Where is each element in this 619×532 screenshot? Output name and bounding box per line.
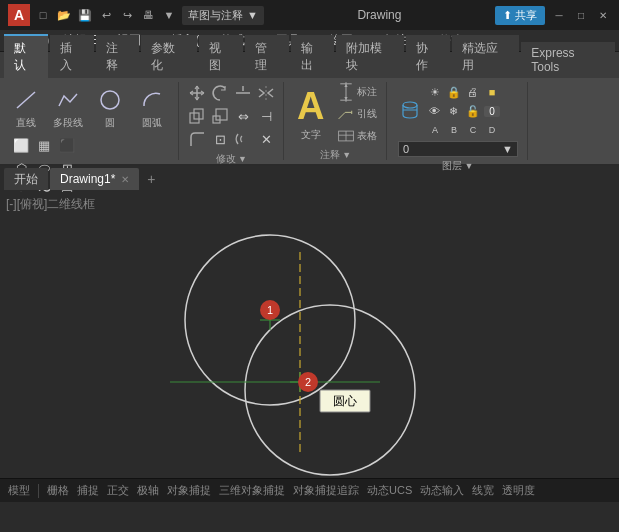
tool-arc[interactable]: 圆弧 [132, 82, 172, 132]
status-model[interactable]: 模型 [8, 483, 30, 498]
close-button[interactable]: ✕ [595, 7, 611, 23]
layer-prop-print[interactable]: 🖨 [463, 82, 483, 102]
status-3dosnap[interactable]: 三维对象捕捉 [219, 483, 285, 498]
layer-prop-sun[interactable]: ☀ [425, 82, 445, 102]
minimize-button[interactable]: ─ [551, 7, 567, 23]
draw-hatch[interactable]: ▦ [33, 134, 55, 156]
layers-expand-icon[interactable]: ▼ [464, 161, 473, 171]
line-icon [10, 84, 42, 116]
tool-arc-label: 圆弧 [142, 116, 162, 130]
modify-extend[interactable]: ⊣ [255, 105, 277, 127]
tab-output[interactable]: 输出 [291, 35, 335, 78]
layer-prop-eye[interactable]: 👁 [425, 101, 445, 121]
modify-trim[interactable] [232, 82, 254, 104]
status-transparency[interactable]: 透明度 [502, 483, 535, 498]
status-snap[interactable]: 捕捉 [77, 483, 99, 498]
modify-offset[interactable] [232, 128, 254, 150]
layer-tools: ☀ 🔒 🖨 ■ 👁 ❄ 🔓 0 A B C D [398, 82, 518, 157]
layer-prop-freeze[interactable]: ❄ [444, 101, 464, 121]
workspace-selector[interactable]: 草图与注释 ▼ [182, 6, 264, 25]
svg-rect-8 [216, 109, 227, 120]
status-osnap[interactable]: 对象捕捉 [167, 483, 211, 498]
draw-gradient[interactable]: ⬛ [56, 134, 78, 156]
new-button[interactable]: □ [34, 6, 52, 24]
modify-array[interactable]: ⊡ [209, 128, 231, 150]
modify-stretch[interactable]: ⇔ [232, 105, 254, 127]
layer-prop-lock[interactable]: 🔒 [444, 82, 464, 102]
tab-drawing1[interactable]: Drawing1* ✕ [50, 168, 139, 190]
svg-rect-20 [0, 192, 619, 478]
modify-rotate[interactable] [209, 82, 231, 104]
tab-parametric[interactable]: 参数化 [141, 35, 197, 78]
tool-polyline[interactable]: 多段线 [48, 82, 88, 132]
tab-collab[interactable]: 协作 [406, 35, 450, 78]
modify-expand-icon[interactable]: ▼ [238, 154, 247, 164]
tool-line[interactable]: 直线 [6, 82, 46, 132]
layer-prop-b[interactable]: B [444, 120, 464, 140]
canvas-area[interactable]: [-][俯视]二维线框 1 2 圆心 [0, 192, 619, 478]
redo-button[interactable]: ↪ [118, 6, 136, 24]
arc-icon [136, 84, 168, 116]
status-ortho[interactable]: 正交 [107, 483, 129, 498]
workspace-dropdown-icon: ▼ [247, 9, 258, 21]
tab-default[interactable]: 默认 [4, 34, 48, 78]
share-icon: ⬆ [503, 9, 512, 22]
open-button[interactable]: 📂 [55, 6, 73, 24]
annotate-group-label: 注释 ▼ [320, 146, 351, 164]
title-bar: A □ 📂 💾 ↩ ↪ 🖶 ▼ 草图与注释 ▼ Drawing ⬆ 共享 ─ □… [0, 0, 619, 30]
save-button[interactable]: 💾 [76, 6, 94, 24]
annotate-expand-icon[interactable]: ▼ [342, 150, 351, 160]
workspace-name: 草图与注释 [188, 8, 243, 23]
view-label: [-][俯视]二维线框 [6, 196, 95, 213]
layer-dropdown[interactable]: 0 ▼ [398, 141, 518, 157]
modify-mirror[interactable] [255, 82, 277, 104]
tool-dimension[interactable]: 标注 [334, 82, 380, 102]
tab-featured[interactable]: 精选应用 [452, 35, 520, 78]
tab-start[interactable]: 开始 [4, 168, 48, 190]
ribbon-group-layers: ☀ 🔒 🖨 ■ 👁 ❄ 🔓 0 A B C D [388, 82, 528, 160]
modify-erase[interactable]: ✕ [255, 128, 277, 150]
tab-addons[interactable]: 附加模块 [336, 35, 404, 78]
modify-grid: ⇔ ⊣ ⊡ ✕ [186, 82, 277, 150]
layer-prop-lock2[interactable]: 🔓 [463, 101, 483, 121]
tab-view[interactable]: 视图 [199, 35, 243, 78]
tab-express[interactable]: Express Tools [521, 42, 615, 78]
layer-manager-button[interactable] [398, 98, 422, 122]
tab-manage[interactable]: 管理 [245, 35, 289, 78]
status-polar[interactable]: 极轴 [137, 483, 159, 498]
layer-prop-c[interactable]: C [463, 120, 483, 140]
drawing-tabs: 开始 Drawing1* ✕ + [0, 166, 619, 192]
tool-text[interactable]: A 文字 [291, 84, 330, 144]
modify-move[interactable] [186, 82, 208, 104]
layer-prop-a[interactable]: A [425, 120, 445, 140]
share-button[interactable]: ⬆ 共享 [495, 6, 545, 25]
annotate-tools: A 文字 标注 [291, 82, 380, 146]
modify-fillet[interactable] [186, 128, 208, 150]
tab-insert[interactable]: 插入 [50, 35, 94, 78]
app-logo: A [8, 4, 30, 26]
title-center: Drawing [357, 8, 401, 22]
more-button[interactable]: ▼ [160, 6, 178, 24]
layer-prop-d[interactable]: D [482, 120, 502, 140]
status-dyninput[interactable]: 动态输入 [420, 483, 464, 498]
undo-button[interactable]: ↩ [97, 6, 115, 24]
layer-prop-color[interactable]: ■ [482, 82, 502, 102]
layer-dropdown-arrow: ▼ [502, 143, 513, 155]
status-lineweight[interactable]: 线宽 [472, 483, 494, 498]
print-button[interactable]: 🖶 [139, 6, 157, 24]
status-dynucs[interactable]: 动态UCS [367, 483, 412, 498]
maximize-button[interactable]: □ [573, 7, 589, 23]
drawing1-close-icon[interactable]: ✕ [121, 174, 129, 185]
modify-scale[interactable] [209, 105, 231, 127]
status-otrack[interactable]: 对象捕捉追踪 [293, 483, 359, 498]
modify-copy[interactable] [186, 105, 208, 127]
tool-table[interactable]: 表格 [334, 126, 380, 146]
draw-rect[interactable]: ⬜ [10, 134, 32, 156]
tab-annotate[interactable]: 注释 [96, 35, 140, 78]
tool-polyline-label: 多段线 [53, 116, 83, 130]
drawing-canvas[interactable]: 1 2 圆心 [0, 192, 619, 478]
tool-leader[interactable]: 引线 [334, 104, 380, 124]
status-grid[interactable]: 栅格 [47, 483, 69, 498]
tool-circle[interactable]: 圆 [90, 82, 130, 132]
add-tab-button[interactable]: + [141, 169, 161, 189]
